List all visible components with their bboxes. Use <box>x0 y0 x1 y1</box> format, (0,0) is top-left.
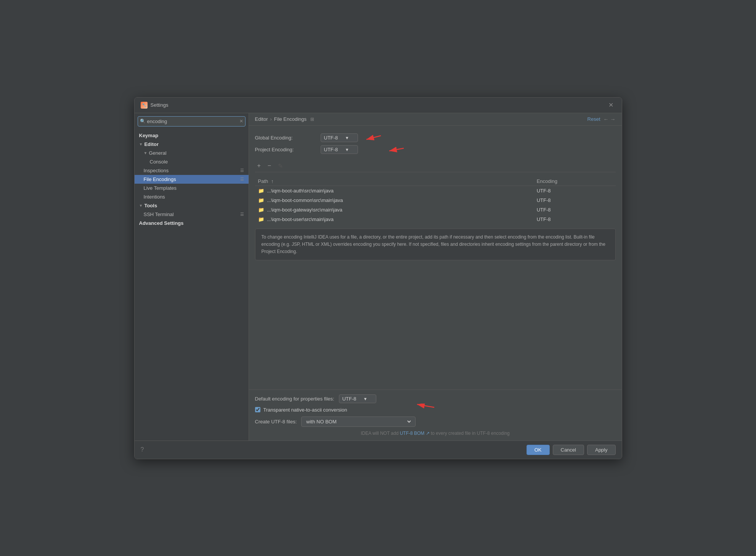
nav-arrows: ← → <box>604 116 616 122</box>
table-row: 📁 ...\iqm-boot-auth\src\main\java UTF-8 <box>255 186 616 195</box>
sidebar-item-live-templates[interactable]: Live Templates <box>135 184 249 192</box>
global-encoding-dropdown[interactable]: UTF-8 ▾ <box>321 133 358 142</box>
general-caret: ▼ <box>144 151 148 155</box>
default-encoding-dropdown[interactable]: UTF-8 ▾ <box>339 394 376 403</box>
table-row: 📁 ...\iqm-boot-user\src\main\java UTF-8 <box>255 215 616 224</box>
folder-icon-4: 📁 <box>258 216 264 222</box>
file-encodings-badge: ☰ <box>240 177 244 182</box>
create-utf8-select[interactable]: with NO BOM with BOM <box>305 418 412 425</box>
inspections-badge: ☰ <box>240 168 244 173</box>
content-area: Global Encoding: UTF-8 ▾ <box>249 126 622 389</box>
nav-back-button[interactable]: ← <box>604 116 609 122</box>
apply-button[interactable]: Apply <box>587 445 616 455</box>
table-row: 📁 ...\iqm-boot-gateway\src\main\java UTF… <box>255 205 616 215</box>
hint-prefix: IDEA will NOT add <box>361 431 400 436</box>
path-cell-1: 📁 ...\iqm-boot-auth\src\main\java <box>255 186 534 195</box>
edit-path-button[interactable]: ✎ <box>276 162 285 170</box>
folder-icon-3: 📁 <box>258 207 264 213</box>
global-encoding-row: Global Encoding: UTF-8 ▾ <box>255 132 616 144</box>
add-path-button[interactable]: + <box>255 162 263 170</box>
sidebar-item-live-templates-label: Live Templates <box>144 185 177 191</box>
global-encoding-label: Global Encoding: <box>255 135 316 141</box>
default-encoding-label: Default encoding for properties files: <box>255 396 334 402</box>
sidebar-item-file-encodings[interactable]: File Encodings ☰ <box>135 175 249 184</box>
breadcrumb-actions: Reset ← → <box>587 116 616 122</box>
sidebar-item-tools-label: Tools <box>144 203 157 208</box>
breadcrumb: Editor › File Encodings ⊞ <box>255 116 315 122</box>
hint-row: IDEA will NOT add UTF-8 BOM ↗ to every c… <box>255 431 616 436</box>
tools-caret: ▼ <box>139 203 143 208</box>
search-icon: 🔍 <box>140 119 146 124</box>
sidebar-item-console[interactable]: Console <box>135 157 249 166</box>
sidebar-item-editor-label: Editor <box>144 141 159 147</box>
utf8-bom-link[interactable]: UTF-8 BOM ↗ <box>400 431 430 436</box>
breadcrumb-file-encodings: File Encodings <box>274 116 307 122</box>
path-table: Path ↑ Encoding 📁 ...\iqm-b <box>255 177 616 224</box>
sidebar-item-general-label: General <box>149 150 166 156</box>
project-encoding-row: Project Encoding: UTF-8 ▾ <box>255 144 616 155</box>
form-area: Global Encoding: UTF-8 ▾ <box>255 132 616 155</box>
app-icon: 🔧 <box>141 102 148 109</box>
sidebar: 🔍 ✕ Keymap ▼ Editor ▼ General <box>135 113 249 441</box>
info-box: To change encoding IntelliJ IDEA uses fo… <box>255 229 616 261</box>
remove-path-button[interactable]: − <box>265 162 273 170</box>
encoding-cell-2: UTF-8 <box>534 195 616 205</box>
arrow-project <box>362 143 408 158</box>
nav-forward-button[interactable]: → <box>610 116 616 122</box>
transparent-checkbox[interactable] <box>255 407 260 412</box>
reset-button[interactable]: Reset <box>587 116 600 122</box>
sidebar-item-tools[interactable]: ▼ Tools <box>135 201 249 210</box>
sidebar-item-intentions[interactable]: Intentions <box>135 192 249 201</box>
dialog-footer: ? OK Cancel Apply <box>135 441 622 459</box>
svg-line-1 <box>366 136 381 139</box>
create-row: Create UTF-8 files: with NO BOM with BOM <box>255 417 616 427</box>
column-path: Path ↑ <box>255 177 534 186</box>
sidebar-item-editor[interactable]: ▼ Editor <box>135 140 249 149</box>
dialog-body: 🔍 ✕ Keymap ▼ Editor ▼ General <box>135 113 622 441</box>
settings-dialog: 🔧 Settings ✕ 🔍 ✕ Keymap ▼ Edit <box>134 97 622 459</box>
default-encoding-chevron: ▾ <box>364 396 367 402</box>
sidebar-item-intentions-label: Intentions <box>144 194 165 200</box>
bottom-section: Default encoding for properties files: U… <box>249 389 622 441</box>
cancel-button[interactable]: Cancel <box>553 445 584 455</box>
search-input[interactable] <box>138 116 246 127</box>
ok-button[interactable]: OK <box>526 445 550 455</box>
table-row: 📁 ...\iqm-boot-common\src\main\java UTF-… <box>255 195 616 205</box>
project-encoding-dropdown[interactable]: UTF-8 ▾ <box>321 145 358 154</box>
sidebar-item-general[interactable]: ▼ General <box>135 149 249 157</box>
encoding-cell-3: UTF-8 <box>534 205 616 215</box>
editor-caret: ▼ <box>139 142 143 146</box>
default-encoding-row: Default encoding for properties files: U… <box>255 394 616 403</box>
sidebar-item-advanced-settings[interactable]: Advanced Settings <box>135 219 249 228</box>
transparent-checkbox-row: Transparent native-to-ascii conversion <box>255 407 616 413</box>
path-cell-4: 📁 ...\iqm-boot-user\src\main\java <box>255 215 534 224</box>
svg-line-3 <box>389 148 404 151</box>
sidebar-item-file-encodings-label: File Encodings <box>144 176 176 182</box>
clear-icon[interactable]: ✕ <box>239 119 243 124</box>
breadcrumb-sep: › <box>270 116 271 122</box>
ssh-terminal-badge: ☰ <box>240 212 244 217</box>
project-encoding-select[interactable]: UTF-8 <box>324 147 344 152</box>
close-button[interactable]: ✕ <box>606 101 616 109</box>
column-encoding: Encoding <box>534 177 616 186</box>
global-encoding-select[interactable]: UTF-8 <box>324 135 344 141</box>
path-cell-3: 📁 ...\iqm-boot-gateway\src\main\java <box>255 205 534 215</box>
breadcrumb-bar: Editor › File Encodings ⊞ Reset ← → <box>249 113 622 126</box>
sidebar-item-ssh-terminal-label: SSH Terminal <box>144 212 174 217</box>
sidebar-item-keymap[interactable]: Keymap <box>135 131 249 140</box>
title-bar: 🔧 Settings ✕ <box>135 98 622 113</box>
project-encoding-chevron: ▾ <box>346 147 348 152</box>
sort-icon: ↑ <box>271 178 274 184</box>
hint-suffix: to every created file in UTF-8 encoding <box>430 431 510 436</box>
main-panel: Editor › File Encodings ⊞ Reset ← → <box>249 113 622 441</box>
search-box: 🔍 ✕ <box>138 116 246 127</box>
sidebar-item-inspections-label: Inspections <box>144 168 169 173</box>
create-utf8-dropdown[interactable]: with NO BOM with BOM <box>301 417 416 427</box>
sidebar-item-ssh-terminal[interactable]: SSH Terminal ☰ <box>135 210 249 219</box>
global-encoding-chevron: ▾ <box>346 135 348 141</box>
help-button[interactable]: ? <box>141 446 144 453</box>
sidebar-item-inspections[interactable]: Inspections ☰ <box>135 166 249 175</box>
default-encoding-select[interactable]: UTF-8 <box>342 396 363 402</box>
breadcrumb-icon: ⊞ <box>310 117 314 122</box>
transparent-label: Transparent native-to-ascii conversion <box>263 407 347 413</box>
